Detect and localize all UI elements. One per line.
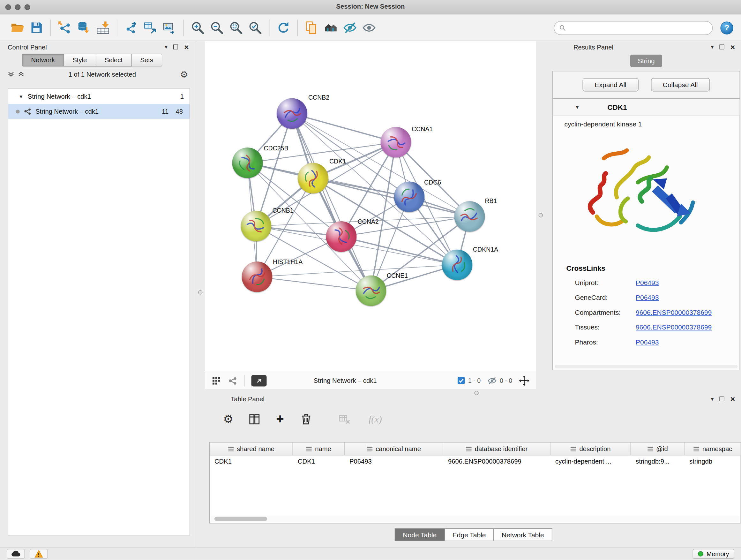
column-header-@id[interactable]: @id [631, 442, 684, 455]
table-panel-close-icon[interactable]: ✕ [730, 396, 735, 402]
open-session-button[interactable] [8, 18, 27, 37]
network-row-selected[interactable]: String Network – cdk1 11 48 [8, 104, 190, 119]
search-input[interactable] [569, 24, 708, 32]
column-header-namespac[interactable]: namespac [684, 442, 741, 455]
table-tab-network-table[interactable]: Network Table [494, 528, 552, 542]
network-node-ccna1[interactable] [381, 127, 411, 158]
column-header-canonical-name[interactable]: canonical name [345, 442, 443, 455]
control-tab-sets[interactable]: Sets [132, 54, 162, 67]
apply-layout-button[interactable] [274, 18, 293, 37]
expand-all-button[interactable]: Expand All [583, 78, 638, 91]
tab-string[interactable]: String [630, 55, 663, 67]
network-node-ccna2[interactable] [326, 221, 357, 252]
table-panel-menu-icon[interactable]: ▾ [711, 396, 714, 402]
cloud-status-button[interactable] [7, 549, 25, 559]
zoom-selected-button[interactable] [246, 18, 265, 37]
table-cell[interactable]: CDK1 [210, 455, 293, 469]
zoom-fit-button[interactable] [226, 18, 246, 37]
hide-selected-button[interactable] [340, 18, 360, 37]
warnings-button[interactable] [30, 549, 48, 559]
import-network-database-button[interactable] [74, 18, 93, 37]
table-cell[interactable]: P06493 [345, 455, 443, 469]
network-edge-ccnb2-ccne1[interactable] [292, 114, 371, 291]
collapse-all-button[interactable]: Collapse All [651, 78, 710, 91]
table-tab-node-table[interactable]: Node Table [395, 528, 445, 542]
table-panel-float-icon[interactable] [720, 396, 724, 401]
column-header-description[interactable]: description [550, 442, 631, 455]
results-panel-float-icon[interactable] [720, 45, 724, 50]
results-panel-close-icon[interactable]: ✕ [730, 44, 735, 50]
control-tab-style[interactable]: Style [64, 54, 96, 67]
network-node-hist1h1a[interactable] [242, 261, 273, 292]
expand-all-icon[interactable] [18, 71, 24, 78]
table-cell[interactable]: cyclin-dependent ... [550, 455, 631, 469]
network-node-cdk1[interactable] [298, 163, 328, 193]
network-options-gear-icon[interactable]: ⚙ [180, 70, 188, 79]
entry-collapse-icon[interactable]: ▼ [575, 105, 580, 110]
network-node-cdc6[interactable] [394, 182, 425, 212]
hidden-eye-slash-icon[interactable] [487, 376, 497, 385]
crosslink-link[interactable]: P06493 [636, 278, 659, 286]
scrollbar-thumb[interactable] [214, 517, 267, 521]
share-network-icon[interactable] [228, 376, 238, 385]
collapse-all-icon[interactable] [8, 71, 14, 78]
network-node-ccne1[interactable] [356, 275, 387, 306]
table-cell[interactable]: 9606.ENSP00000378699 [443, 455, 550, 469]
network-node-rb1[interactable] [455, 201, 485, 232]
column-header-name[interactable]: name [293, 442, 345, 455]
export-image-button[interactable] [160, 18, 179, 37]
show-graphics-details-button[interactable] [321, 18, 340, 37]
network-node-cdc25b[interactable] [232, 147, 263, 178]
control-panel-float-icon[interactable] [173, 45, 178, 50]
show-all-button[interactable] [360, 18, 379, 37]
crosslink-link[interactable]: P06493 [636, 294, 659, 301]
save-session-button[interactable] [27, 18, 46, 37]
results-scrollbar[interactable] [555, 365, 738, 368]
copy-document-button[interactable] [302, 18, 321, 37]
crosslink-link[interactable]: P06493 [636, 338, 659, 346]
search-box[interactable] [554, 21, 713, 35]
network-from-table-button[interactable] [141, 18, 160, 37]
add-column-button[interactable]: + [272, 411, 288, 427]
table-row[interactable]: CDK1CDK1P064939606.ENSP00000378699cyclin… [210, 455, 741, 469]
clone-network-button[interactable] [122, 18, 141, 37]
crosslink-link[interactable]: 9606.ENSP00000378699 [636, 308, 712, 316]
memory-button[interactable]: Memory [693, 549, 734, 559]
results-panel-menu-icon[interactable]: ▾ [711, 44, 714, 50]
zoom-in-button[interactable] [188, 18, 207, 37]
zoom-out-button[interactable] [207, 18, 226, 37]
help-button[interactable]: ? [721, 21, 734, 35]
clear-table-button[interactable] [336, 411, 352, 427]
network-collection-row[interactable]: ▼ String Network – cdk1 1 [8, 89, 190, 104]
network-node-ccnb2[interactable] [277, 98, 307, 129]
birdseye-grid-icon[interactable] [212, 376, 221, 385]
table-cell[interactable]: stringdb:9... [631, 455, 684, 469]
pan-move-icon[interactable] [519, 375, 529, 386]
crosslink-link[interactable]: 9606.ENSP00000378699 [636, 323, 712, 331]
vertical-splitter-handle[interactable] [539, 213, 543, 218]
table-hscrollbar[interactable] [211, 516, 740, 522]
table-cell[interactable]: CDK1 [293, 455, 345, 469]
vertical-splitter-handle[interactable] [198, 290, 203, 295]
collection-expand-icon[interactable]: ▼ [19, 94, 23, 99]
network-node-ccnb1[interactable] [241, 211, 272, 241]
control-tab-network[interactable]: Network [22, 54, 64, 67]
control-tab-select[interactable]: Select [96, 54, 132, 67]
table-options-button[interactable]: ⚙ [220, 411, 237, 427]
delete-column-button[interactable] [298, 411, 314, 427]
network-node-cdkn1a[interactable] [442, 250, 473, 280]
import-network-file-button[interactable] [55, 18, 74, 37]
selected-checkbox-icon[interactable] [457, 376, 465, 385]
column-header-shared-name[interactable]: shared name [210, 442, 293, 455]
control-panel-menu-icon[interactable]: ▾ [165, 44, 167, 50]
network-canvas[interactable]: CCNB2CCNA1CDC25BCDK1CDC6RB1CCNB1CCNA2CDK… [205, 41, 536, 372]
control-panel-close-icon[interactable]: ✕ [184, 44, 189, 50]
column-header-database-identifier[interactable]: database identifier [443, 442, 550, 455]
horizontal-splitter-handle[interactable] [475, 391, 479, 395]
table-cell[interactable]: stringdb [684, 455, 741, 469]
table-tab-edge-table[interactable]: Edge Table [445, 528, 494, 542]
function-builder-button[interactable]: f(x) [368, 414, 382, 425]
import-table-button[interactable] [93, 18, 113, 37]
open-external-button[interactable] [252, 375, 267, 386]
show-columns-button[interactable] [246, 411, 262, 427]
